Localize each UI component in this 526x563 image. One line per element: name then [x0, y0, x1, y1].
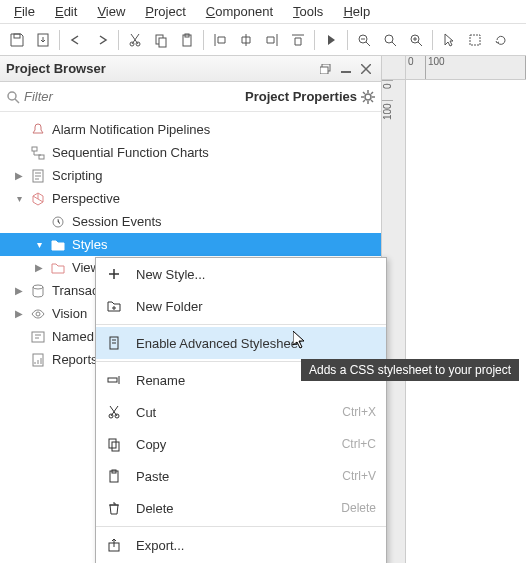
design-canvas[interactable]	[406, 80, 526, 563]
toggle-icon[interactable]: ▶	[14, 308, 24, 319]
doc-icon	[106, 335, 122, 351]
svg-point-38	[33, 285, 43, 289]
tree-node-scripting[interactable]: ▶Scripting	[0, 164, 381, 187]
shortcut-label: Ctrl+V	[342, 469, 376, 483]
node-label: Perspective	[52, 191, 120, 206]
menu-item-enable-advanced-stylesheet[interactable]: Enable Advanced Stylesheet	[96, 327, 386, 359]
svg-rect-35	[39, 155, 44, 159]
search-box[interactable]	[6, 89, 245, 104]
plus-icon	[106, 266, 122, 282]
shortcut-label: Ctrl+X	[342, 405, 376, 419]
menu-item-label: Copy	[136, 437, 328, 452]
svg-rect-0	[14, 34, 20, 38]
eye-icon	[30, 306, 46, 322]
menu-item-export[interactable]: Export...	[96, 529, 386, 561]
redo-button[interactable]	[89, 26, 115, 54]
svg-line-14	[418, 42, 422, 46]
cut-icon	[106, 404, 122, 420]
db-icon	[30, 283, 46, 299]
node-label: Session Events	[72, 214, 162, 229]
filter-input[interactable]	[24, 89, 245, 104]
folder-icon	[50, 237, 66, 253]
menu-item-new-style[interactable]: New Style...	[96, 258, 386, 290]
copy-icon	[106, 436, 122, 452]
query-icon	[30, 329, 46, 345]
zoom-reset-button[interactable]	[377, 26, 403, 54]
tree-node-session-events[interactable]: Session Events	[0, 210, 381, 233]
menu-component[interactable]: Component	[196, 1, 283, 22]
toggle-icon[interactable]: ▾	[14, 193, 24, 204]
toggle-icon[interactable]: ▾	[34, 239, 44, 250]
play-button[interactable]	[318, 26, 344, 54]
svg-rect-19	[320, 67, 328, 74]
tree-node-alarm-notification-pipelines[interactable]: Alarm Notification Pipelines	[0, 118, 381, 141]
svg-line-24	[15, 99, 19, 103]
cut-button[interactable]	[122, 26, 148, 54]
align-center-button[interactable]	[233, 26, 259, 54]
menu-item-new-folder[interactable]: New Folder	[96, 290, 386, 322]
menu-item-label: Enable Advanced Stylesheet	[136, 336, 376, 351]
menu-item-label: New Folder	[136, 299, 376, 314]
restore-icon[interactable]	[317, 61, 335, 77]
svg-rect-40	[32, 332, 44, 342]
svg-rect-17	[470, 35, 480, 45]
svg-line-33	[363, 100, 365, 102]
project-properties-link[interactable]: Project Properties	[245, 89, 357, 104]
minimize-icon[interactable]	[337, 61, 355, 77]
close-icon[interactable]	[357, 61, 375, 77]
marquee-button[interactable]	[462, 26, 488, 54]
toggle-icon[interactable]: ▶	[34, 262, 44, 273]
search-icon	[6, 90, 20, 104]
menu-item-label: Delete	[136, 501, 327, 516]
menu-file[interactable]: File	[4, 1, 45, 22]
menu-item-copy: CopyCtrl+C	[96, 428, 386, 460]
script-icon	[30, 168, 46, 184]
paste-icon	[106, 468, 122, 484]
shortcut-label: Delete	[341, 501, 376, 515]
align-left-button[interactable]	[207, 26, 233, 54]
context-menu: New Style...New FolderEnable Advanced St…	[95, 257, 387, 563]
toggle-icon[interactable]: ▶	[14, 285, 24, 296]
menu-item-label: Paste	[136, 469, 328, 484]
menu-help[interactable]: Help	[333, 1, 380, 22]
svg-line-30	[363, 92, 365, 94]
align-right-button[interactable]	[259, 26, 285, 54]
tree-node-styles[interactable]: ▾Styles	[0, 233, 381, 256]
report-icon	[30, 352, 46, 368]
svg-point-23	[8, 92, 16, 100]
rotate-button[interactable]	[488, 26, 514, 54]
toolbar	[0, 24, 526, 56]
svg-rect-34	[32, 147, 37, 151]
node-label: Reports	[52, 352, 98, 367]
svg-line-32	[371, 92, 373, 94]
pointer-button[interactable]	[436, 26, 462, 54]
toggle-icon[interactable]: ▶	[14, 170, 24, 181]
menu-item-label: New Style...	[136, 267, 376, 282]
ruler-horizontal: 0 100	[382, 56, 526, 80]
menu-tools[interactable]: Tools	[283, 1, 333, 22]
tree-node-sequential-function-charts[interactable]: Sequential Function Charts	[0, 141, 381, 164]
copy-button[interactable]	[148, 26, 174, 54]
node-label: Styles	[72, 237, 107, 252]
menu-project[interactable]: Project	[135, 1, 195, 22]
menu-edit[interactable]: Edit	[45, 1, 87, 22]
rename-icon	[106, 372, 122, 388]
zoom-in-button[interactable]	[403, 26, 429, 54]
menu-view[interactable]: View	[87, 1, 135, 22]
align-top-button[interactable]	[285, 26, 311, 54]
gear-icon[interactable]	[361, 90, 375, 104]
save-button[interactable]	[4, 26, 30, 54]
tree-node-perspective[interactable]: ▾Perspective	[0, 187, 381, 210]
folder-o-icon	[50, 260, 66, 276]
paste-button[interactable]	[174, 26, 200, 54]
svg-line-31	[371, 100, 373, 102]
event-icon	[50, 214, 66, 230]
zoom-out-button[interactable]	[351, 26, 377, 54]
import-button[interactable]	[30, 26, 56, 54]
undo-button[interactable]	[63, 26, 89, 54]
menubar: FileEditViewProjectComponentToolsHelp	[0, 0, 526, 24]
menu-item-label: Cut	[136, 405, 328, 420]
canvas-panel: 0 100 0 100	[382, 56, 526, 563]
svg-line-9	[366, 42, 370, 46]
filter-row: Project Properties	[0, 82, 381, 112]
